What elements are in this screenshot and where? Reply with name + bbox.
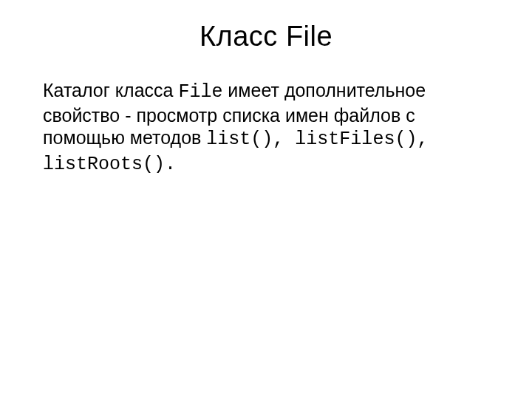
period: . [165,154,176,175]
code-file: File [178,81,222,103]
slide-body: Каталог класса File имеет дополнительное… [43,79,489,176]
code-list: list() [206,129,273,150]
code-listroots: listRoots() [43,154,165,175]
slide-title: Класс File [43,21,489,52]
body-text-1: Каталог класса [43,80,178,100]
sep-2: , [417,129,428,150]
code-listfiles: listFiles() [295,129,417,150]
sep-1: , [273,129,295,150]
slide: Класс File Каталог класса File имеет доп… [0,0,532,399]
